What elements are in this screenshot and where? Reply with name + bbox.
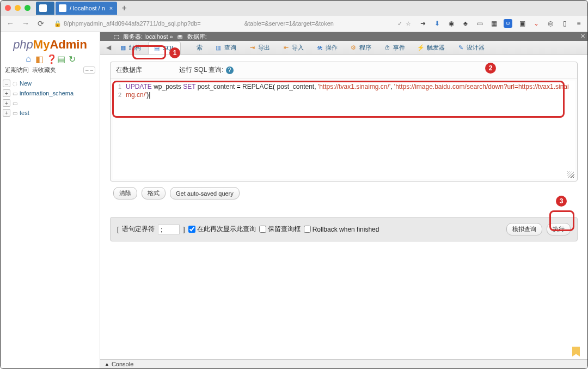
flame-icon[interactable]: ♣ <box>461 19 470 28</box>
overwatch-icon[interactable]: ◎ <box>546 19 555 28</box>
tab-routines[interactable]: ⚙程序 <box>345 41 377 55</box>
browser-tabbar: / localhost / n × + <box>1 1 587 16</box>
tab-sql[interactable]: ▤SQL <box>148 41 181 55</box>
docs-icon[interactable]: ❓ <box>46 54 54 62</box>
logo-php: php <box>13 38 33 51</box>
tab-structure[interactable]: ▦结构 <box>114 41 147 55</box>
import-icon: ⇤ <box>282 44 290 52</box>
options-bar: [ 语句定界符 ] 在此再次显示此查询 保留查询框 Rollback when … <box>110 217 578 241</box>
collapse-sidebar-button[interactable]: – – <box>83 66 95 74</box>
fieldset-title: 在数据库 运行 SQL 查询: ? <box>111 62 577 78</box>
sql-editor[interactable]: 12 UPDATE wp_posts SET post_content = RE… <box>113 81 575 179</box>
reload-button[interactable]: ⟳ <box>35 18 46 29</box>
db-node[interactable]: +▭test <box>3 108 97 118</box>
close-window-icon[interactable] <box>5 5 11 11</box>
address-bar[interactable]: 🔒 8/phpmyadmin_af4d0944afa27711/db_sql.p… <box>51 17 414 29</box>
plus-icon[interactable]: + <box>3 99 10 107</box>
db-node-new[interactable]: –◌New <box>3 78 97 88</box>
export-icon: ⇥ <box>248 44 256 52</box>
tab-triggers[interactable]: ⚡触发器 <box>412 41 451 55</box>
camera-icon[interactable]: ◉ <box>447 19 456 28</box>
favorites-label[interactable]: 表收藏夹 <box>32 66 56 73</box>
autosaved-button[interactable]: Get auto-saved query <box>170 187 240 199</box>
recent-label[interactable]: 近期访问 <box>5 66 29 73</box>
sql-icon[interactable]: ▤ <box>57 54 65 62</box>
rollback-when-finished: Rollback when finished <box>304 226 379 233</box>
tabs-icon[interactable]: ▯ <box>560 19 569 28</box>
tabs-scroll-left[interactable]: ◀ <box>103 40 113 55</box>
help-icon[interactable]: ? <box>226 66 234 74</box>
delimiter-input[interactable] <box>158 225 180 234</box>
retain-box-checkbox[interactable] <box>259 226 266 233</box>
pocket-icon[interactable]: ⌄ <box>532 19 541 28</box>
operations-icon: 🛠 <box>316 44 323 52</box>
format-button[interactable]: 格式 <box>142 187 166 199</box>
db-node[interactable]: +▭ <box>3 98 97 108</box>
pma-logo: phpMyAdmin <box>1 38 100 52</box>
tab-operations[interactable]: 🛠操作 <box>311 41 344 55</box>
home-icon[interactable]: ⌂ <box>24 54 32 62</box>
star-icon[interactable]: ☆ <box>406 20 411 27</box>
fullscreen-window-icon[interactable] <box>24 5 30 11</box>
plus-icon[interactable]: – <box>3 80 10 87</box>
show-query-again: 在此再次显示此查询 <box>188 225 256 234</box>
url-text-suffix: &table=&server=1&target=&token <box>244 20 334 27</box>
logout-icon[interactable]: ◧ <box>35 54 43 62</box>
recent-favorites-row: 近期访问 表收藏夹 – – <box>1 65 100 75</box>
sql-fieldset: 在数据库 运行 SQL 查询: ? 12 UPDATE wp_posts SET… <box>110 62 578 182</box>
retain-query-box: 保留查询框 <box>259 225 301 234</box>
shield-icon[interactable]: U <box>504 19 512 28</box>
back-button[interactable]: ← <box>5 18 16 29</box>
sql-icon: ▤ <box>153 44 161 52</box>
browser-chrome: / localhost / n × + ← → ⟳ 🔒 8/phpmyadmin… <box>1 1 587 32</box>
close-panel-icon[interactable]: ✕ <box>580 33 585 40</box>
clear-button[interactable]: 清除 <box>113 187 137 199</box>
options-left: [ 语句定界符 ] 在此再次显示此查询 保留查询框 Rollback when … <box>117 225 506 234</box>
forward-button[interactable]: → <box>20 18 31 29</box>
minimize-window-icon[interactable] <box>15 5 21 11</box>
plus-icon[interactable]: + <box>3 89 10 97</box>
menu-icon[interactable]: ≡ <box>574 19 583 28</box>
new-tab-button[interactable]: + <box>118 2 130 14</box>
window-icon[interactable]: ▭ <box>475 19 484 28</box>
delimiter-label: 语句定界符 <box>122 225 155 234</box>
tab-designer[interactable]: ✎设计器 <box>452 41 491 55</box>
reload-icon[interactable]: ↻ <box>68 54 76 62</box>
console-bar[interactable]: ▲ Console <box>100 359 587 368</box>
routines-icon: ⚙ <box>350 44 357 52</box>
show-again-checkbox[interactable] <box>188 226 195 233</box>
tab-export[interactable]: ⇥导出 <box>243 41 276 55</box>
browser-tab-1[interactable] <box>36 2 54 15</box>
plus-icon[interactable]: + <box>3 109 10 117</box>
structure-icon: ▦ <box>119 44 127 52</box>
window-controls[interactable] <box>5 5 30 11</box>
db-node[interactable]: +▭information_schema <box>3 88 97 98</box>
lock-icon: 🔒 <box>54 20 62 27</box>
simulate-button[interactable]: 模拟查询 <box>506 223 542 235</box>
breadcrumb: 🖵 服务器: localhost » ⛃ 数据库: ✕ <box>100 32 587 41</box>
query-icon: ▥ <box>215 44 222 52</box>
browser-tab-2[interactable]: / localhost / n × <box>56 2 117 15</box>
main-tabs: ◀ ▦结构 ▤SQL 索 ▥查询 ⇥导出 ⇤导入 🛠操作 ⚙程序 ⏱事件 ⚡触发… <box>100 41 587 55</box>
tab-import[interactable]: ⇤导入 <box>277 41 310 55</box>
download-icon[interactable]: ⬇ <box>433 19 442 28</box>
line-gutter: 12 <box>113 81 124 179</box>
sidebar-quick-tools: ⌂ ◧ ❓ ▤ ↻ <box>1 54 100 62</box>
db-icon: ▭ <box>13 110 17 116</box>
bc-server-value[interactable]: localhost <box>144 33 168 40</box>
bc-server-label: 服务器: <box>123 33 143 40</box>
ext-icon[interactable]: ➜ <box>419 19 427 28</box>
tab-events[interactable]: ⏱事件 <box>378 41 411 55</box>
favicon-icon <box>39 4 47 12</box>
rollback-checkbox[interactable] <box>304 226 311 233</box>
tab-query[interactable]: ▥查询 <box>210 41 242 55</box>
page-icon[interactable]: ▣ <box>518 19 526 28</box>
grid-icon[interactable]: ▦ <box>489 19 498 28</box>
db-icon: ▭ <box>13 100 17 106</box>
tab-search[interactable]: 索 <box>182 41 209 55</box>
execute-button[interactable]: 执行 <box>547 223 571 235</box>
resize-handle-icon[interactable] <box>567 171 574 178</box>
logo-my: My <box>33 38 50 51</box>
close-tab-icon[interactable]: × <box>109 5 113 11</box>
sql-code[interactable]: UPDATE wp_posts SET post_content = REPLA… <box>124 81 575 179</box>
